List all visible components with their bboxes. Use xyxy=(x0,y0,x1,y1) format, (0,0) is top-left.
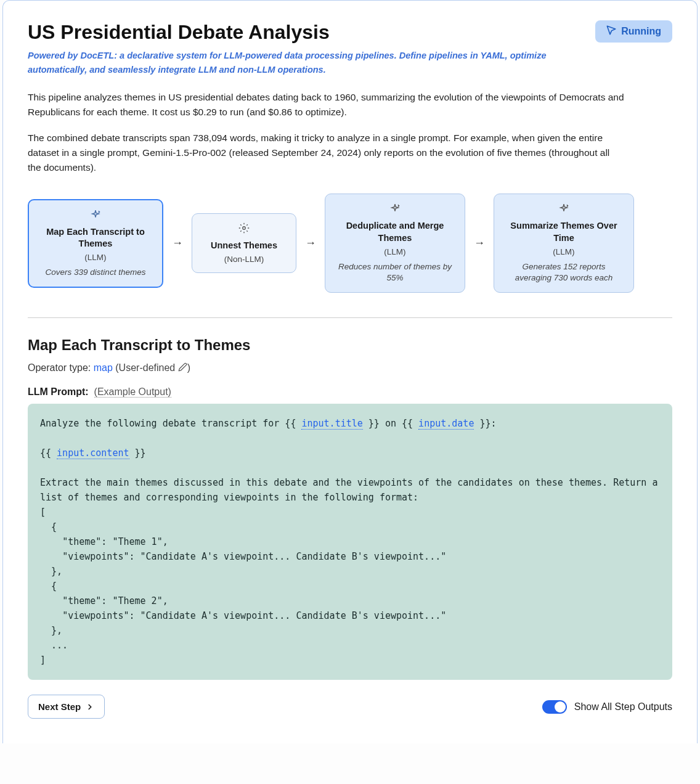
arrow-icon: → xyxy=(172,237,183,250)
toggle-label: Show All Step Outputs xyxy=(574,701,672,713)
arrow-icon: → xyxy=(305,237,316,250)
step-title: Map Each Transcript to Themes xyxy=(40,226,151,250)
header-row: US Presidential Debate Analysis Running xyxy=(28,20,672,44)
sparkle-icon xyxy=(90,209,101,223)
gear-icon xyxy=(238,223,250,236)
pipeline-row: Map Each Transcript to Themes (LLM) Cove… xyxy=(28,194,672,293)
step-caption: Generates 152 reports averaging 730 word… xyxy=(505,261,622,284)
operator-link[interactable]: map xyxy=(94,362,113,373)
step-type: (Non-LLM) xyxy=(224,255,264,264)
description-p1: This pipeline analyzes themes in US pres… xyxy=(28,90,625,120)
show-all-outputs-toggle[interactable] xyxy=(542,700,567,714)
example-output-link[interactable]: (Example Output) xyxy=(94,386,171,398)
subtitle: Powered by DocETL: a declarative system … xyxy=(28,49,582,76)
operator-label: Operator type: xyxy=(28,362,94,373)
page-title: US Presidential Debate Analysis xyxy=(28,20,330,44)
arrow-icon: → xyxy=(474,237,485,250)
step-type: (LLM) xyxy=(384,247,405,256)
operator-type-row: Operator type: map (User-defined ) xyxy=(28,362,672,374)
step-type: (LLM) xyxy=(553,247,574,256)
chevron-right-icon xyxy=(86,703,94,711)
description-p2: The combined debate transcripts span 738… xyxy=(28,131,625,175)
code-body: Extract the main themes discussed in thi… xyxy=(40,477,663,666)
llm-prompt-label: LLM Prompt: xyxy=(28,386,89,397)
status-badge: Running xyxy=(595,20,672,43)
code-block: Analyze the following debate transcript … xyxy=(28,404,672,680)
template-var-title: input.title xyxy=(301,418,362,430)
sparkle-icon xyxy=(389,203,401,216)
send-icon xyxy=(606,25,616,38)
step-caption: Covers 339 distinct themes xyxy=(46,267,146,278)
step-detail-heading: Map Each Transcript to Themes xyxy=(28,337,672,354)
step-title: Summarize Themes Over Time xyxy=(508,220,619,244)
pipeline-step-unnest[interactable]: Unnest Themes (Non-LLM) xyxy=(192,213,296,273)
prompt-label-row: LLM Prompt: (Example Output) xyxy=(28,386,672,398)
divider xyxy=(28,317,672,318)
pipeline-step-dedupe[interactable]: Deduplicate and Merge Themes (LLM) Reduc… xyxy=(325,194,465,293)
next-step-label: Next Step xyxy=(38,701,81,712)
step-type: (LLM) xyxy=(84,253,106,262)
next-step-button[interactable]: Next Step xyxy=(28,695,105,719)
template-var-content: input.content xyxy=(57,447,129,459)
step-title: Deduplicate and Merge Themes xyxy=(340,220,450,244)
pipeline-step-map[interactable]: Map Each Transcript to Themes (LLM) Cove… xyxy=(28,199,163,288)
template-var-date: input.date xyxy=(418,418,474,430)
toggle-row: Show All Step Outputs xyxy=(542,700,672,714)
pipeline-step-summarize[interactable]: Summarize Themes Over Time (LLM) Generat… xyxy=(494,194,634,293)
sparkle-icon xyxy=(558,203,569,216)
step-caption: Reduces number of themes by 55% xyxy=(336,261,454,284)
step-title: Unnest Themes xyxy=(211,240,277,252)
main-card: US Presidential Debate Analysis Running … xyxy=(2,0,698,743)
svg-point-0 xyxy=(243,227,246,230)
status-text: Running xyxy=(621,26,661,37)
operator-suffix: (User-defined xyxy=(113,362,178,373)
footer-row: Next Step Show All Step Outputs xyxy=(28,695,672,719)
edit-icon[interactable] xyxy=(178,362,187,374)
operator-suffix2: ) xyxy=(187,362,190,373)
